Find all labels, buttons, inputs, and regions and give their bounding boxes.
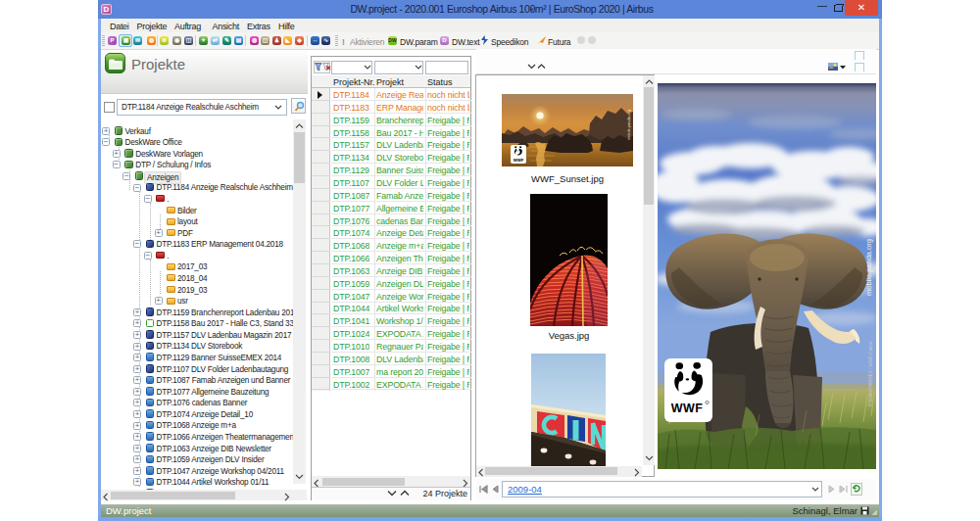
- svg-text:WWF: WWF: [671, 402, 704, 415]
- svg-text:mobile.panda.org: mobile.panda.org: [864, 239, 873, 296]
- svg-text:© Martin HARVEY / WWF-Canon: © Martin HARVEY / WWF-Canon: [867, 341, 873, 406]
- svg-text:WWF: WWF: [514, 158, 524, 163]
- svg-text:mobile.panda.org: mobile.panda.org: [626, 110, 631, 140]
